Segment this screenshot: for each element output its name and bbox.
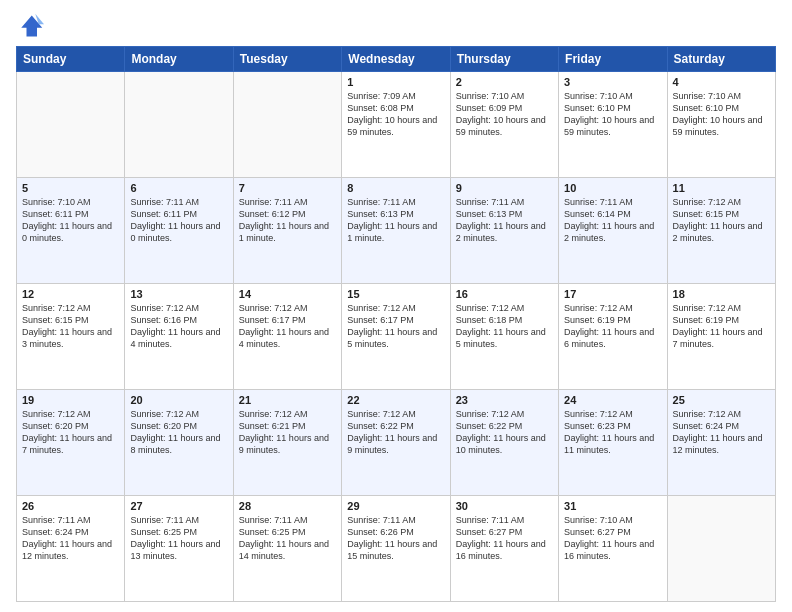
day-number: 30 (456, 500, 553, 512)
table-row: 1Sunrise: 7:09 AM Sunset: 6:08 PM Daylig… (342, 72, 450, 178)
table-row: 14Sunrise: 7:12 AM Sunset: 6:17 PM Dayli… (233, 284, 341, 390)
cell-text: Sunrise: 7:12 AM Sunset: 6:15 PM Dayligh… (22, 302, 119, 351)
cell-text: Sunrise: 7:12 AM Sunset: 6:19 PM Dayligh… (673, 302, 770, 351)
day-number: 3 (564, 76, 661, 88)
table-row: 10Sunrise: 7:11 AM Sunset: 6:14 PM Dayli… (559, 178, 667, 284)
calendar-week-2: 5Sunrise: 7:10 AM Sunset: 6:11 PM Daylig… (17, 178, 776, 284)
col-sunday: Sunday (17, 47, 125, 72)
page: Sunday Monday Tuesday Wednesday Thursday… (0, 0, 792, 612)
day-number: 7 (239, 182, 336, 194)
cell-text: Sunrise: 7:12 AM Sunset: 6:18 PM Dayligh… (456, 302, 553, 351)
cell-text: Sunrise: 7:12 AM Sunset: 6:19 PM Dayligh… (564, 302, 661, 351)
cell-text: Sunrise: 7:12 AM Sunset: 6:22 PM Dayligh… (456, 408, 553, 457)
day-number: 9 (456, 182, 553, 194)
table-row: 30Sunrise: 7:11 AM Sunset: 6:27 PM Dayli… (450, 496, 558, 602)
cell-text: Sunrise: 7:11 AM Sunset: 6:26 PM Dayligh… (347, 514, 444, 563)
day-number: 28 (239, 500, 336, 512)
cell-text: Sunrise: 7:12 AM Sunset: 6:15 PM Dayligh… (673, 196, 770, 245)
day-number: 5 (22, 182, 119, 194)
table-row: 20Sunrise: 7:12 AM Sunset: 6:20 PM Dayli… (125, 390, 233, 496)
cell-text: Sunrise: 7:12 AM Sunset: 6:20 PM Dayligh… (22, 408, 119, 457)
calendar-week-1: 1Sunrise: 7:09 AM Sunset: 6:08 PM Daylig… (17, 72, 776, 178)
cell-text: Sunrise: 7:10 AM Sunset: 6:27 PM Dayligh… (564, 514, 661, 563)
day-number: 16 (456, 288, 553, 300)
day-number: 20 (130, 394, 227, 406)
table-row: 19Sunrise: 7:12 AM Sunset: 6:20 PM Dayli… (17, 390, 125, 496)
logo-icon (16, 12, 44, 40)
table-row: 12Sunrise: 7:12 AM Sunset: 6:15 PM Dayli… (17, 284, 125, 390)
day-number: 24 (564, 394, 661, 406)
table-row: 29Sunrise: 7:11 AM Sunset: 6:26 PM Dayli… (342, 496, 450, 602)
cell-text: Sunrise: 7:11 AM Sunset: 6:14 PM Dayligh… (564, 196, 661, 245)
table-row: 7Sunrise: 7:11 AM Sunset: 6:12 PM Daylig… (233, 178, 341, 284)
cell-text: Sunrise: 7:12 AM Sunset: 6:17 PM Dayligh… (239, 302, 336, 351)
table-row (125, 72, 233, 178)
table-row: 2Sunrise: 7:10 AM Sunset: 6:09 PM Daylig… (450, 72, 558, 178)
day-number: 15 (347, 288, 444, 300)
day-number: 19 (22, 394, 119, 406)
table-row: 13Sunrise: 7:12 AM Sunset: 6:16 PM Dayli… (125, 284, 233, 390)
table-row (17, 72, 125, 178)
cell-text: Sunrise: 7:10 AM Sunset: 6:11 PM Dayligh… (22, 196, 119, 245)
logo (16, 12, 48, 40)
table-row: 28Sunrise: 7:11 AM Sunset: 6:25 PM Dayli… (233, 496, 341, 602)
day-number: 11 (673, 182, 770, 194)
table-row: 25Sunrise: 7:12 AM Sunset: 6:24 PM Dayli… (667, 390, 775, 496)
cell-text: Sunrise: 7:10 AM Sunset: 6:10 PM Dayligh… (564, 90, 661, 139)
table-row: 24Sunrise: 7:12 AM Sunset: 6:23 PM Dayli… (559, 390, 667, 496)
day-number: 10 (564, 182, 661, 194)
day-number: 21 (239, 394, 336, 406)
cell-text: Sunrise: 7:11 AM Sunset: 6:25 PM Dayligh… (239, 514, 336, 563)
cell-text: Sunrise: 7:11 AM Sunset: 6:12 PM Dayligh… (239, 196, 336, 245)
cell-text: Sunrise: 7:11 AM Sunset: 6:13 PM Dayligh… (456, 196, 553, 245)
table-row: 4Sunrise: 7:10 AM Sunset: 6:10 PM Daylig… (667, 72, 775, 178)
table-row: 22Sunrise: 7:12 AM Sunset: 6:22 PM Dayli… (342, 390, 450, 496)
cell-text: Sunrise: 7:12 AM Sunset: 6:17 PM Dayligh… (347, 302, 444, 351)
day-number: 31 (564, 500, 661, 512)
col-monday: Monday (125, 47, 233, 72)
calendar-week-5: 26Sunrise: 7:11 AM Sunset: 6:24 PM Dayli… (17, 496, 776, 602)
table-row (233, 72, 341, 178)
day-number: 2 (456, 76, 553, 88)
table-row: 17Sunrise: 7:12 AM Sunset: 6:19 PM Dayli… (559, 284, 667, 390)
table-row: 23Sunrise: 7:12 AM Sunset: 6:22 PM Dayli… (450, 390, 558, 496)
col-wednesday: Wednesday (342, 47, 450, 72)
header (16, 12, 776, 40)
cell-text: Sunrise: 7:12 AM Sunset: 6:21 PM Dayligh… (239, 408, 336, 457)
cell-text: Sunrise: 7:09 AM Sunset: 6:08 PM Dayligh… (347, 90, 444, 139)
calendar-week-4: 19Sunrise: 7:12 AM Sunset: 6:20 PM Dayli… (17, 390, 776, 496)
calendar-table: Sunday Monday Tuesday Wednesday Thursday… (16, 46, 776, 602)
day-number: 25 (673, 394, 770, 406)
cell-text: Sunrise: 7:12 AM Sunset: 6:23 PM Dayligh… (564, 408, 661, 457)
day-number: 27 (130, 500, 227, 512)
cell-text: Sunrise: 7:12 AM Sunset: 6:16 PM Dayligh… (130, 302, 227, 351)
day-number: 26 (22, 500, 119, 512)
cell-text: Sunrise: 7:11 AM Sunset: 6:13 PM Dayligh… (347, 196, 444, 245)
cell-text: Sunrise: 7:10 AM Sunset: 6:10 PM Dayligh… (673, 90, 770, 139)
cell-text: Sunrise: 7:10 AM Sunset: 6:09 PM Dayligh… (456, 90, 553, 139)
day-number: 4 (673, 76, 770, 88)
table-row: 21Sunrise: 7:12 AM Sunset: 6:21 PM Dayli… (233, 390, 341, 496)
table-row (667, 496, 775, 602)
table-row: 5Sunrise: 7:10 AM Sunset: 6:11 PM Daylig… (17, 178, 125, 284)
day-number: 13 (130, 288, 227, 300)
cell-text: Sunrise: 7:11 AM Sunset: 6:24 PM Dayligh… (22, 514, 119, 563)
day-number: 18 (673, 288, 770, 300)
table-row: 3Sunrise: 7:10 AM Sunset: 6:10 PM Daylig… (559, 72, 667, 178)
day-number: 12 (22, 288, 119, 300)
day-number: 29 (347, 500, 444, 512)
table-row: 11Sunrise: 7:12 AM Sunset: 6:15 PM Dayli… (667, 178, 775, 284)
table-row: 8Sunrise: 7:11 AM Sunset: 6:13 PM Daylig… (342, 178, 450, 284)
col-saturday: Saturday (667, 47, 775, 72)
table-row: 31Sunrise: 7:10 AM Sunset: 6:27 PM Dayli… (559, 496, 667, 602)
day-number: 14 (239, 288, 336, 300)
day-number: 6 (130, 182, 227, 194)
table-row: 15Sunrise: 7:12 AM Sunset: 6:17 PM Dayli… (342, 284, 450, 390)
cell-text: Sunrise: 7:11 AM Sunset: 6:27 PM Dayligh… (456, 514, 553, 563)
cell-text: Sunrise: 7:12 AM Sunset: 6:24 PM Dayligh… (673, 408, 770, 457)
day-number: 8 (347, 182, 444, 194)
table-row: 9Sunrise: 7:11 AM Sunset: 6:13 PM Daylig… (450, 178, 558, 284)
cell-text: Sunrise: 7:11 AM Sunset: 6:25 PM Dayligh… (130, 514, 227, 563)
cell-text: Sunrise: 7:12 AM Sunset: 6:22 PM Dayligh… (347, 408, 444, 457)
day-number: 1 (347, 76, 444, 88)
